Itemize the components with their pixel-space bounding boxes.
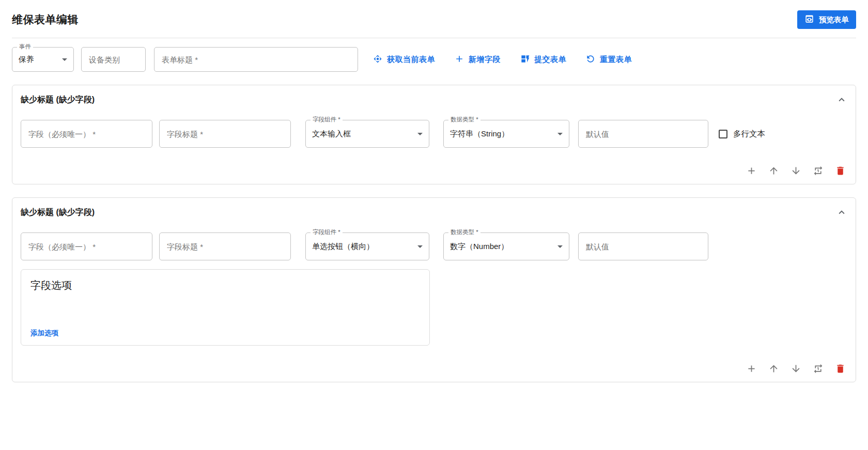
data-type-select[interactable]: 数据类型 * 字符串（String）	[443, 120, 569, 148]
arrow-up-icon	[768, 368, 779, 376]
header-divider	[12, 38, 856, 38]
caret-down-icon	[557, 245, 563, 248]
field-card-2-header: 缺少标题 (缺少字段)	[21, 207, 847, 218]
field-card-2-footer	[21, 362, 847, 375]
plus-icon	[454, 54, 464, 66]
reset-form-button[interactable]: 重置表单	[585, 54, 632, 66]
add-field-button[interactable]: 新增字段	[454, 54, 501, 66]
data-type-select-value: 字符串（String）	[450, 129, 509, 139]
default-value-input[interactable]	[578, 232, 708, 260]
move-down-button[interactable]	[789, 362, 802, 375]
caret-down-icon	[417, 245, 423, 248]
field-component-select[interactable]: 字段组件 * 单选按钮（横向）	[305, 232, 429, 260]
field-component-select[interactable]: 字段组件 * 文本输入框	[305, 120, 429, 148]
collapse-button[interactable]	[836, 94, 847, 105]
submit-form-label: 提交表单	[534, 55, 566, 65]
fetch-current-form-button[interactable]: 获取当前表单	[373, 54, 435, 66]
trash-icon	[835, 368, 846, 376]
collapse-button[interactable]	[836, 207, 847, 218]
move-down-button[interactable]	[789, 164, 802, 177]
trash-icon	[835, 170, 846, 178]
field-key-input[interactable]	[21, 232, 152, 260]
data-type-select-label: 数据类型 *	[448, 229, 481, 236]
form-title-input[interactable]	[154, 47, 358, 72]
reset-form-label: 重置表单	[600, 55, 632, 65]
caret-down-icon	[62, 58, 67, 61]
arrow-down-icon	[791, 170, 801, 178]
chevron-up-icon	[836, 99, 847, 107]
preview-form-label: 预览表单	[819, 15, 849, 25]
field-options-box: 字段选项 添加选项	[21, 269, 430, 346]
toolbar: 事件 保养 获取当前表单 新增字段 提交	[12, 47, 856, 72]
add-sub-field-button[interactable]	[745, 164, 757, 177]
data-type-select-label: 数据类型 *	[448, 117, 481, 123]
multiline-checkbox-label: 多行文本	[733, 129, 765, 139]
field-key-input[interactable]	[21, 120, 152, 148]
device-category-input[interactable]	[81, 47, 146, 72]
field-title-input[interactable]	[159, 120, 291, 148]
add-field-label: 新增字段	[469, 55, 501, 65]
move-up-button[interactable]	[767, 362, 780, 375]
checkbox-unchecked-icon[interactable]	[719, 130, 727, 138]
dynamic-form-icon	[520, 54, 530, 66]
repeat-one-icon	[813, 368, 824, 376]
field-title-input[interactable]	[159, 232, 291, 260]
add-option-link[interactable]: 添加选项	[30, 329, 58, 338]
arrow-up-icon	[768, 170, 779, 178]
event-select[interactable]: 事件 保养	[12, 47, 74, 72]
data-type-select-value: 数字（Number）	[450, 242, 508, 252]
arrow-down-icon	[791, 368, 801, 376]
delete-card-button[interactable]	[834, 164, 846, 177]
field-card-2-title: 缺少标题 (缺少字段)	[21, 207, 95, 218]
caret-down-icon	[417, 133, 423, 135]
field-card-1-header: 缺少标题 (缺少字段)	[21, 94, 847, 105]
field-card-1: 缺少标题 (缺少字段) 字段组件 * 文本输入框 数据类型 * 字符串（Stri…	[12, 85, 856, 184]
four-direction-arrows-icon	[373, 54, 383, 66]
field-card-1-title: 缺少标题 (缺少字段)	[21, 95, 95, 105]
form-editor-page: 维保表单编辑 预览表单 事件 保养 获取当前表单	[0, 0, 868, 382]
field-card-1-footer	[21, 164, 847, 177]
duplicate-button[interactable]	[812, 164, 824, 177]
submit-form-button[interactable]: 提交表单	[520, 54, 566, 66]
delete-card-button[interactable]	[834, 362, 846, 375]
data-type-select[interactable]: 数据类型 * 数字（Number）	[443, 232, 569, 260]
field-component-select-value: 文本输入框	[312, 129, 351, 139]
field-card-1-fields: 字段组件 * 文本输入框 数据类型 * 字符串（String） 多行文本	[21, 120, 847, 148]
title-bar: 维保表单编辑 预览表单	[12, 0, 856, 29]
add-sub-field-button[interactable]	[745, 362, 757, 375]
caret-down-icon	[557, 133, 563, 135]
repeat-one-icon	[813, 170, 824, 178]
default-value-input[interactable]	[578, 120, 708, 148]
toolbar-actions: 获取当前表单 新增字段 提交表单 重置表单	[373, 54, 632, 66]
event-select-value: 保养	[19, 55, 34, 65]
field-card-2-fields: 字段组件 * 单选按钮（横向） 数据类型 * 数字（Number）	[21, 232, 847, 260]
move-up-button[interactable]	[767, 164, 780, 177]
preview-form-button[interactable]: 预览表单	[797, 10, 856, 29]
multiline-checkbox[interactable]: 多行文本	[719, 129, 765, 139]
field-component-select-value: 单选按钮（横向）	[312, 242, 374, 252]
page-title: 维保表单编辑	[12, 12, 79, 27]
duplicate-button[interactable]	[812, 362, 824, 375]
field-card-2: 缺少标题 (缺少字段) 字段组件 * 单选按钮（横向） 数据类型 * 数字（Nu…	[12, 197, 856, 382]
preview-eye-icon	[804, 14, 814, 25]
rotate-left-icon	[585, 54, 596, 66]
event-select-label: 事件	[17, 44, 33, 50]
field-component-select-label: 字段组件 *	[311, 229, 343, 236]
fetch-current-form-label: 获取当前表单	[387, 55, 435, 65]
field-component-select-label: 字段组件 *	[311, 117, 343, 123]
chevron-up-icon	[836, 212, 847, 220]
field-options-title: 字段选项	[30, 278, 420, 292]
plus-icon	[746, 368, 757, 376]
plus-icon	[746, 170, 757, 178]
